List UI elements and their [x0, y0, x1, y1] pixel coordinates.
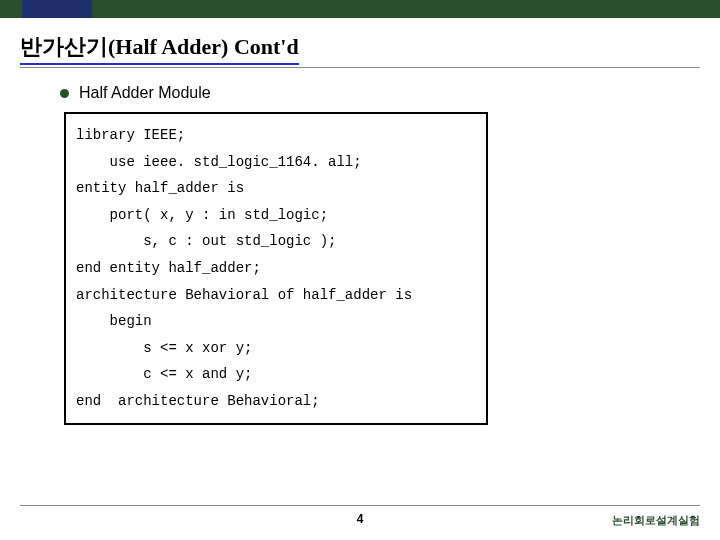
code-line: entity half_adder is: [76, 175, 476, 202]
code-line: use ieee. std_logic_1164. all;: [76, 149, 476, 176]
slide-title: 반가산기(Half Adder) Cont'd: [20, 32, 299, 65]
code-line: architecture Behavioral of half_adder is: [76, 282, 476, 309]
code-line: c <= x and y;: [76, 361, 476, 388]
code-line: s <= x xor y;: [76, 335, 476, 362]
bullet-icon: [60, 89, 69, 98]
top-bar: [0, 0, 720, 18]
footer-label: 논리회로설계실험: [612, 513, 700, 528]
bullet-row: Half Adder Module: [60, 84, 720, 102]
title-divider: [20, 67, 700, 68]
title-wrap: 반가산기(Half Adder) Cont'd: [20, 32, 700, 65]
footer: 4 논리회로설계실험: [20, 505, 700, 526]
page-number: 4: [20, 512, 700, 526]
code-line: s, c : out std_logic );: [76, 228, 476, 255]
top-bar-accent: [22, 0, 92, 18]
code-line: library IEEE;: [76, 122, 476, 149]
code-box: library IEEE; use ieee. std_logic_1164. …: [64, 112, 488, 425]
footer-divider: [20, 505, 700, 506]
bullet-label: Half Adder Module: [79, 84, 211, 102]
code-line: port( x, y : in std_logic;: [76, 202, 476, 229]
content-area: Half Adder Module library IEEE; use ieee…: [60, 84, 720, 425]
code-line: begin: [76, 308, 476, 335]
code-line: end architecture Behavioral;: [76, 388, 476, 415]
code-line: end entity half_adder;: [76, 255, 476, 282]
